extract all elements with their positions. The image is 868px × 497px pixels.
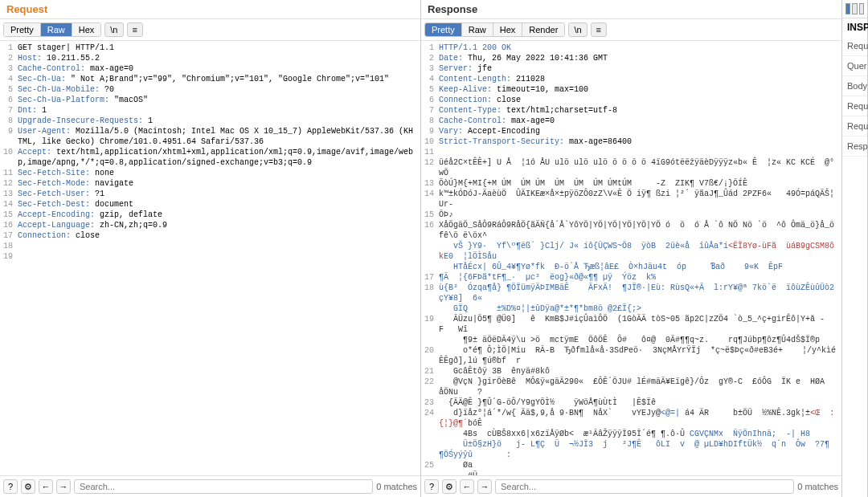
view-columns-icon[interactable] bbox=[845, 3, 850, 14]
line-text: Sec-Fetch-Dest: document bbox=[18, 199, 420, 210]
view-single-icon[interactable] bbox=[859, 3, 864, 14]
code-line: 13ÖòÚ}M{+MI{+M ÚM ÚM ÚM ÚM ÚM ÚM ÚMtÚM -… bbox=[421, 178, 841, 189]
code-line: 4Bs cÙBŠ8xx6|x6zïÅÿØb< æ¹ÄâŽÿÿÿÏ95Ï´é¶ ¶… bbox=[421, 429, 841, 439]
code-line: 9User-Agent: Mozilla/5.0 (Macintosh; Int… bbox=[0, 126, 420, 147]
line-text: Dnt: 1 bbox=[18, 105, 420, 116]
line-number: 7 bbox=[0, 105, 18, 116]
line-number: 5 bbox=[0, 84, 18, 95]
line-text: 4Bs cÙBŠ8xx6|x6zïÅÿØb< æ¹ÄâŽÿÿÿÏ95Ï´é¶ ¶… bbox=[439, 429, 841, 439]
line-text: ÖòÚ}M{+MI{+M ÚM ÚM ÚM ÚM ÚM ÚM ÚMtÚM -Z … bbox=[439, 178, 841, 189]
line-text: {ÄÄ@Ê }¶Û´G-öÔ/Y9gYÖÌ½ ÿWöÅ¶ùÙtÌ |Ê$Ïê bbox=[439, 397, 841, 408]
tab-hex[interactable]: Hex bbox=[72, 23, 101, 36]
line-number bbox=[421, 262, 439, 272]
line-text: ù{B² Ózqa¶å} ¶ÖÏümÿÄÞIMBäÊ ÃFxÄ! ¶JÏ®·|E… bbox=[439, 283, 841, 303]
code-line: 25 Øa bbox=[421, 460, 841, 471]
line-number: 8 bbox=[0, 116, 18, 126]
line-number: 17 bbox=[0, 230, 18, 241]
line-number: 25 bbox=[421, 460, 439, 471]
line-number: 1 bbox=[0, 43, 18, 53]
tab-raw[interactable]: Raw bbox=[41, 23, 72, 36]
prev-icon[interactable]: ← bbox=[39, 479, 53, 494]
line-number: 4 bbox=[421, 74, 439, 84]
code-line: 24 d}ïåz⁰¦á´*/w{ Ää$,9,å 9·BN¶ NåX` vYEJ… bbox=[421, 408, 841, 429]
line-number: 5 bbox=[421, 84, 439, 95]
code-line: vŠ }Y9· Yf\º¶ëß´ }Clj/ J« íô{ÜÇWS~Ö8 ÿòB… bbox=[421, 241, 841, 262]
code-line: 3Server: jfe bbox=[421, 63, 841, 74]
inspector-item[interactable]: Resp bbox=[842, 136, 867, 157]
help-icon[interactable]: ? bbox=[424, 479, 439, 494]
code-line: 21 GcâÊtôÿ 3B ênyä#8kô bbox=[421, 366, 841, 377]
line-number: 21 bbox=[421, 366, 439, 377]
gear-icon[interactable]: ⚙ bbox=[21, 479, 35, 494]
hamburger-icon[interactable]: ≡ bbox=[127, 22, 143, 37]
line-number: 10 bbox=[0, 147, 18, 168]
line-number: 18 bbox=[421, 283, 439, 303]
response-search-input[interactable] bbox=[495, 479, 794, 494]
next-icon[interactable]: → bbox=[477, 479, 492, 494]
newline-toggle[interactable]: \n bbox=[104, 22, 123, 37]
prev-icon[interactable]: ← bbox=[460, 479, 474, 494]
line-text: GcâÊtôÿ 3B ênyä#8kô bbox=[439, 366, 841, 377]
view-horizontal-icon[interactable] bbox=[852, 3, 857, 14]
code-line: 9Vary: Accept-Encoding bbox=[421, 126, 841, 136]
code-line: 17¶Ä ¦{6FÞã*tF¶_· µc² ëog}«ð@«¶¶ µÿ Ýöz … bbox=[421, 272, 841, 283]
line-number: 11 bbox=[0, 168, 18, 178]
tab-render[interactable]: Render bbox=[522, 23, 564, 36]
request-title: Request bbox=[6, 3, 47, 15]
line-number: 6 bbox=[421, 95, 439, 105]
inspector-item[interactable]: Body bbox=[842, 76, 867, 96]
gear-icon[interactable]: ⚙ bbox=[442, 479, 457, 494]
line-text: Sec-Fetch-User: ?1 bbox=[18, 189, 420, 199]
code-line: 4Sec-Ch-Ua: " Not A;Brand";v="99", "Chro… bbox=[0, 74, 420, 84]
newline-toggle[interactable]: \n bbox=[568, 22, 587, 37]
line-text: k™±kÓDóJ-ÄaèùÖ ÛÄIKEæ×å×±pÿöZÔ0zZ\V«Ê Ö … bbox=[439, 189, 841, 210]
request-view-tabs: Pretty Raw Hex bbox=[3, 22, 101, 37]
line-number: 20 bbox=[421, 345, 439, 366]
hamburger-icon[interactable]: ≡ bbox=[591, 22, 607, 37]
line-number: 12 bbox=[421, 157, 439, 178]
help-icon[interactable]: ? bbox=[3, 479, 18, 494]
code-line: 11Sec-Fetch-Site: none bbox=[0, 168, 420, 178]
line-number: 6 bbox=[0, 95, 18, 105]
line-text: ÃÜzu|Ö5¶ @Ü0] ê KmB$J#içÛaìÔÖ (1GòÄÄ tòS… bbox=[439, 314, 841, 335]
tab-pretty[interactable]: Pretty bbox=[4, 23, 41, 36]
line-number: 19 bbox=[421, 314, 439, 335]
request-search-input[interactable] bbox=[74, 479, 373, 494]
inspector-item[interactable]: Requ bbox=[842, 36, 867, 56]
line-number: 11 bbox=[421, 147, 439, 157]
inspector-item[interactable]: Requ bbox=[842, 96, 867, 116]
response-content[interactable]: 1HTTP/1.1 200 OK2Date: Thu, 26 May 2022 … bbox=[421, 41, 841, 475]
code-line: 19 ÃÜzu|Ö5¶ @Ü0] ê KmB$J#içÛaìÔÖ (1GòÄÄ … bbox=[421, 314, 841, 335]
code-line: 13Sec-Fetch-User: ?1 bbox=[0, 189, 420, 199]
line-text: Sec-Fetch-Site: none bbox=[18, 168, 420, 178]
tab-pretty[interactable]: Pretty bbox=[425, 23, 462, 36]
line-text: User-Agent: Mozilla/5.0 (Macintosh; Inte… bbox=[18, 126, 420, 147]
line-number: 16 bbox=[0, 220, 18, 230]
line-text: HTåÉcx| 6Û_4¥¶Yø*fk Đ-ö´Å Ꚋæß¦âE£ Ò×hJäu… bbox=[439, 262, 841, 272]
code-line: 8Cache-Control: max-age=0 bbox=[421, 116, 841, 126]
line-number: 3 bbox=[421, 63, 439, 74]
code-line: 12üéå2C×tÊÊ+] U Å ¦1ó ÅU ulö ulö ulö ö ö… bbox=[421, 157, 841, 178]
response-footer: ? ⚙ ← → 0 matches bbox=[421, 475, 841, 497]
line-text: Accept: text/html,application/xhtml+xml,… bbox=[18, 147, 420, 168]
request-footer: ? ⚙ ← → 0 matches bbox=[0, 475, 420, 497]
inspector-panel: INSP RequQuerBodyRequRequResp bbox=[842, 0, 868, 497]
tab-raw[interactable]: Raw bbox=[462, 23, 493, 36]
line-text: GÏQ ±%D%¤¦|±ûDÿa@*±*¶*bm8ö @2£Ï{;> bbox=[439, 303, 841, 314]
code-line: 7Content-Type: text/html;charset=utf-8 bbox=[421, 105, 841, 116]
request-content[interactable]: 1GET stager| HTTP/1.12Host: 10.211.55.23… bbox=[0, 41, 420, 475]
line-number: 1 bbox=[421, 43, 439, 53]
tab-hex[interactable]: Hex bbox=[493, 23, 523, 36]
line-number: 12 bbox=[0, 178, 18, 189]
next-icon[interactable]: → bbox=[56, 479, 71, 494]
code-line: 20 o*é¶ Ô;ÌÖ|Miu RÄ-B Ꚋðfmlå«å·3SdPeö· 3… bbox=[421, 345, 841, 366]
line-text: Accept-Encoding: gzip, deflate bbox=[18, 210, 420, 220]
code-line: 8Upgrade-Insecure-Requests: 1 bbox=[0, 116, 420, 126]
line-text: Strict-Transport-Security: max-age=86400 bbox=[439, 136, 841, 147]
inspector-item[interactable]: Requ bbox=[842, 116, 867, 136]
inspector-item[interactable]: Quer bbox=[842, 56, 867, 76]
code-line: 5Sec-Ch-Ua-Mobile: ?0 bbox=[0, 84, 420, 95]
code-line: 5Keep-Alive: timeout=10, max=100 bbox=[421, 84, 841, 95]
code-line: 1GET stager| HTTP/1.1 bbox=[0, 43, 420, 53]
code-line: 1HTTP/1.1 200 OK bbox=[421, 43, 841, 53]
